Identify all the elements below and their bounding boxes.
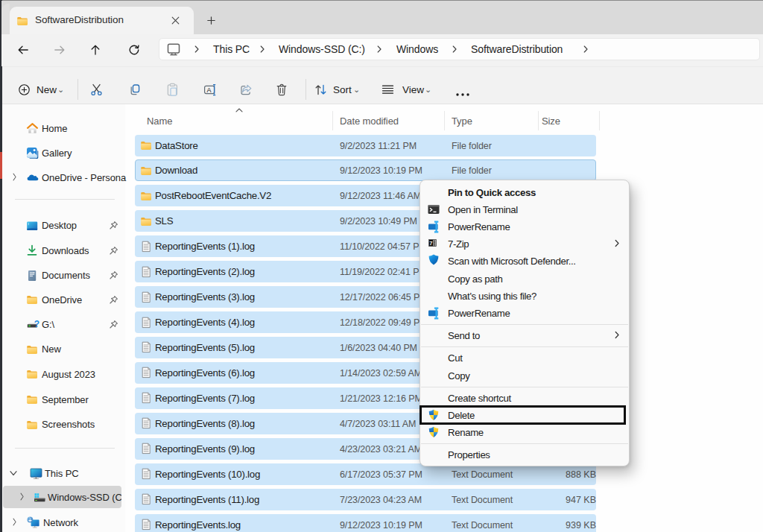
svg-text:A: A bbox=[207, 86, 212, 94]
svg-text:?: ? bbox=[34, 319, 39, 329]
svg-text:7: 7 bbox=[429, 240, 432, 247]
